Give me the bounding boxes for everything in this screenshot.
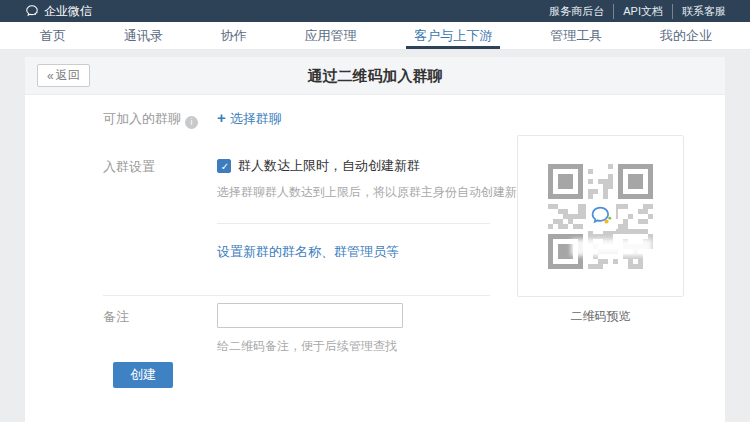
auto-create-group-checkbox[interactable]: [217, 159, 231, 173]
back-button[interactable]: «返回: [37, 64, 90, 87]
app-logo[interactable]: 企业微信: [25, 3, 92, 20]
topbar-link[interactable]: API文档: [613, 4, 672, 19]
info-icon[interactable]: i: [185, 116, 198, 129]
qr-preview-panel: [517, 135, 684, 297]
nav-item-label: 应用管理: [304, 27, 356, 45]
nav-item-label: 我的企业: [660, 27, 712, 45]
wecom-qr-logo-icon: [586, 201, 616, 231]
join-settings-hint: 选择群聊群人数达到上限后，将以原群主身份自动创建新群: [217, 184, 529, 201]
nav-item-label: 通讯录: [124, 27, 163, 45]
nav-item-label: 管理工具: [550, 27, 602, 45]
qr-code: [548, 164, 653, 269]
nav-item-label: 客户与上下游: [414, 27, 492, 45]
back-button-label: 返回: [56, 67, 80, 84]
nav-item[interactable]: 应用管理: [304, 22, 356, 49]
qr-caption: 二维码预览: [517, 308, 684, 325]
nav-item[interactable]: 客户与上下游: [414, 22, 492, 49]
qr-blur-mask: [571, 239, 652, 256]
main-nav: 首页 通讯录 协作 应用管理 客户与上下游 管理工具 我的企业: [0, 22, 750, 50]
joinable-group-label: 可加入的群聊i: [103, 110, 198, 129]
nav-item[interactable]: 我的企业: [660, 22, 712, 49]
back-chevron-icon: «: [47, 69, 54, 83]
divider: [103, 295, 490, 296]
nav-item-label: 首页: [40, 27, 66, 45]
topbar-link[interactable]: 联系客服: [672, 4, 735, 19]
content-card: «返回 通过二维码加入群聊 可加入的群聊i +选择群聊 入群设置 群人数达上限时…: [25, 57, 725, 422]
create-button[interactable]: 创建: [113, 362, 173, 388]
nav-item[interactable]: 首页: [40, 22, 66, 49]
nav-item[interactable]: 管理工具: [550, 22, 602, 49]
auto-create-group-row: 群人数达上限时，自动创建新群: [217, 157, 420, 175]
topbar-links: 服务商后台API文档联系客服: [540, 4, 735, 19]
topbar: 企业微信 服务商后台API文档联系客服: [0, 0, 750, 22]
plus-icon: +: [217, 109, 226, 126]
nav-item[interactable]: 通讯录: [124, 22, 163, 49]
remark-label: 备注: [103, 308, 129, 326]
join-settings-label: 入群设置: [103, 158, 155, 176]
auto-create-group-checkbox-label[interactable]: 群人数达上限时，自动创建新群: [238, 157, 420, 175]
topbar-link[interactable]: 服务商后台: [540, 4, 613, 19]
nav-item-label: 协作: [221, 27, 247, 45]
nav-item[interactable]: 协作: [221, 22, 247, 49]
card-header: «返回 通过二维码加入群聊: [25, 57, 725, 95]
remark-input[interactable]: [217, 303, 403, 328]
page-title: 通过二维码加入群聊: [25, 57, 725, 95]
app-logo-text: 企业微信: [44, 3, 92, 20]
divider: [217, 223, 490, 224]
new-group-settings-link[interactable]: 设置新群的群名称、群管理员等: [217, 243, 399, 261]
select-group-link[interactable]: +选择群聊: [217, 109, 282, 128]
wecom-bubble-icon: [25, 4, 39, 18]
remark-hint: 给二维码备注，便于后续管理查找: [217, 338, 397, 355]
